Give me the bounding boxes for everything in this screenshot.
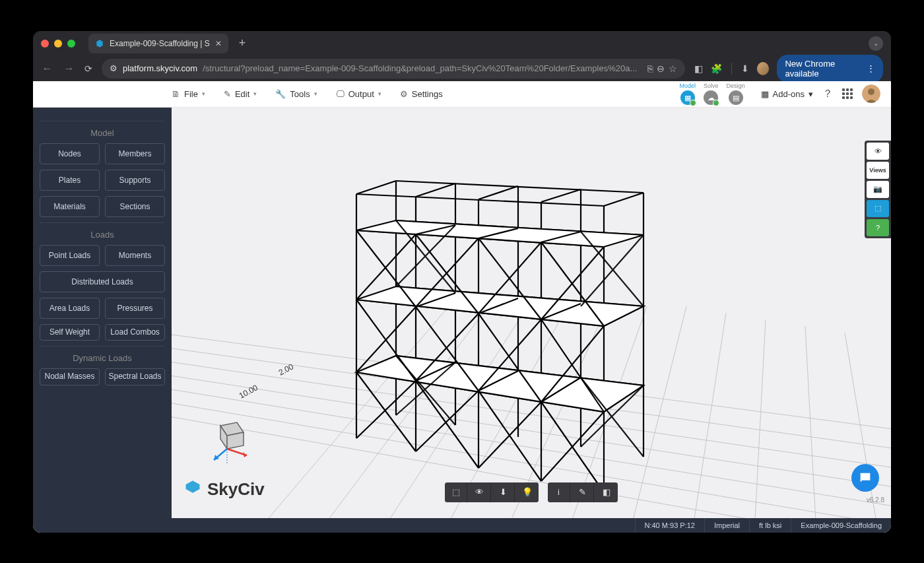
back-button[interactable]: ← bbox=[41, 63, 53, 75]
edit-menu[interactable]: ✎Edit▾ bbox=[214, 85, 266, 103]
workflow-solve[interactable]: Solve☁ bbox=[704, 83, 719, 105]
sidebar-moments[interactable]: Moments bbox=[105, 245, 165, 266]
new-tab-button[interactable]: + bbox=[239, 36, 246, 50]
close-tab-icon[interactable]: ✕ bbox=[215, 39, 222, 48]
tab-overflow-button[interactable]: ⌄ bbox=[869, 36, 883, 51]
svg-line-49 bbox=[478, 391, 541, 481]
skyciv-logo: SkyCiv bbox=[183, 479, 265, 500]
model-step-icon: ▦ bbox=[680, 90, 695, 105]
chat-icon bbox=[858, 471, 873, 485]
sidebar-point-loads[interactable]: Point Loads bbox=[40, 245, 100, 266]
url-input[interactable]: ⚙ platform.skyciv.com/structural?preload… bbox=[102, 59, 685, 79]
apps-icon[interactable] bbox=[842, 88, 853, 99]
reload-button[interactable]: ⟳ bbox=[84, 63, 92, 74]
separator bbox=[731, 63, 732, 75]
gear-icon: ⚙ bbox=[400, 89, 408, 99]
sidebar-materials[interactable]: Materials bbox=[40, 196, 100, 217]
zoom-icon[interactable]: ⊖ bbox=[657, 63, 665, 74]
site-settings-icon[interactable]: ⚙ bbox=[110, 63, 117, 73]
maximize-window-button[interactable] bbox=[67, 40, 75, 48]
sidebar-spectral-loads[interactable]: Spectral Loads bbox=[105, 368, 165, 385]
svg-line-40 bbox=[541, 189, 581, 202]
status-units-system[interactable]: Imperial bbox=[704, 518, 749, 533]
browser-tab[interactable]: Example-009-Scaffolding | S ✕ bbox=[88, 34, 228, 53]
svg-line-51 bbox=[541, 402, 604, 492]
sidebar-load-combos[interactable]: Load Combos bbox=[105, 324, 165, 341]
addons-label: Add-ons bbox=[773, 89, 805, 99]
output-menu[interactable]: 🖵Output▾ bbox=[327, 85, 391, 103]
info-button[interactable]: i bbox=[548, 482, 570, 502]
tools-menu[interactable]: 🔧Tools▾ bbox=[266, 85, 326, 103]
sidebar-plates[interactable]: Plates bbox=[40, 170, 100, 191]
visibility-toggle[interactable]: 👁 bbox=[867, 143, 889, 160]
help-rail-button[interactable]: ? bbox=[867, 219, 889, 236]
output-label: Output bbox=[348, 89, 374, 99]
svg-line-38 bbox=[416, 183, 455, 197]
statusbar: N:40 M:93 P:12 Imperial ft lb ksi Exampl… bbox=[33, 518, 891, 533]
views-button[interactable]: Views bbox=[867, 162, 889, 179]
sidebar: Model NodesMembers PlatesSupports Materi… bbox=[33, 108, 172, 518]
workflow-steps: Model▦ Solve☁ Design▤ bbox=[680, 83, 745, 105]
svg-line-37 bbox=[604, 193, 644, 206]
chat-support-button[interactable] bbox=[851, 464, 879, 492]
skyciv-logo-icon bbox=[183, 480, 202, 498]
grid-floor: 2.00 10.00 bbox=[172, 108, 891, 518]
url-host: platform.skyciv.com bbox=[123, 63, 197, 73]
cube-view-button[interactable]: ⬚ bbox=[867, 200, 889, 217]
monitor-icon: 🖵 bbox=[336, 89, 345, 99]
version-label: v6.2.8 bbox=[867, 496, 884, 504]
bookmark-icon[interactable]: ☆ bbox=[669, 63, 677, 74]
install-app-icon[interactable]: ⎘ bbox=[647, 63, 653, 74]
status-units[interactable]: ft lb ksi bbox=[749, 518, 791, 533]
sidebar-pressures[interactable]: Pressures bbox=[105, 298, 165, 319]
sidebar-supports[interactable]: Supports bbox=[105, 170, 165, 191]
solve-step-icon: ☁ bbox=[704, 90, 718, 105]
axis-gizmo[interactable] bbox=[201, 413, 260, 465]
svg-line-46 bbox=[416, 391, 478, 451]
camera-button[interactable]: 📷 bbox=[867, 181, 889, 198]
edit-button[interactable]: ✎ bbox=[572, 482, 594, 502]
status-counts[interactable]: N:40 M:93 P:12 bbox=[635, 518, 704, 533]
forward-button[interactable]: → bbox=[63, 63, 75, 75]
tips-button[interactable]: 💡 bbox=[516, 482, 539, 502]
help-icon[interactable]: ？ bbox=[822, 87, 833, 101]
chrome-update-label: New Chrome available bbox=[785, 59, 863, 79]
sidebar-area-loads[interactable]: Area Loads bbox=[40, 298, 100, 319]
svg-line-47 bbox=[416, 381, 478, 468]
download-icon[interactable]: ⬇ bbox=[741, 63, 749, 74]
close-window-button[interactable] bbox=[41, 40, 49, 48]
extensions-menu-icon[interactable]: 🧩 bbox=[711, 63, 722, 74]
url-path: /structural?preload_name=Example-009-Sca… bbox=[203, 63, 637, 73]
dim-label: 10.00 bbox=[238, 383, 259, 401]
addons-menu[interactable]: ▦Add-ons▾ bbox=[761, 89, 813, 99]
sidebar-members[interactable]: Members bbox=[105, 143, 165, 164]
status-filename[interactable]: Example-009-Scaffolding bbox=[791, 518, 891, 533]
sidebar-nodal-masses[interactable]: Nodal Masses bbox=[40, 368, 100, 385]
chevron-down-icon: ▾ bbox=[314, 90, 317, 97]
sidebar-nodes[interactable]: Nodes bbox=[40, 143, 100, 164]
profile-avatar-icon[interactable] bbox=[757, 62, 769, 75]
right-rail: 👁 Views 📷 ⬚ ? bbox=[865, 141, 891, 238]
view-mode-button[interactable]: ⬚ bbox=[445, 482, 467, 502]
sidebar-sections[interactable]: Sections bbox=[105, 196, 165, 217]
sidebar-distributed-loads[interactable]: Distributed Loads bbox=[40, 271, 165, 292]
file-label: File bbox=[184, 89, 198, 99]
visibility-button[interactable]: 👁 bbox=[469, 482, 491, 502]
workflow-design-label: Design bbox=[727, 83, 745, 89]
sidebar-self-weight[interactable]: Self Weight bbox=[40, 324, 100, 341]
svg-line-14 bbox=[686, 313, 726, 518]
erase-button[interactable]: ◧ bbox=[595, 482, 618, 502]
extension-icon[interactable]: ◧ bbox=[694, 63, 703, 74]
settings-menu[interactable]: ⚙Settings bbox=[391, 85, 452, 103]
chrome-update-button[interactable]: New Chrome available ⋮ bbox=[777, 55, 883, 83]
download-view-button[interactable]: ⬇ bbox=[492, 482, 515, 502]
workflow-design[interactable]: Design▤ bbox=[727, 83, 745, 105]
file-menu[interactable]: 🗎File▾ bbox=[162, 85, 214, 103]
kebab-icon: ⋮ bbox=[867, 63, 875, 73]
chevron-down-icon: ▾ bbox=[253, 90, 257, 97]
user-avatar[interactable] bbox=[862, 84, 880, 103]
minimize-window-button[interactable] bbox=[54, 40, 62, 48]
svg-line-36 bbox=[356, 181, 396, 194]
viewport-3d[interactable]: 2.00 10.00 bbox=[172, 108, 891, 518]
workflow-model[interactable]: Model▦ bbox=[680, 83, 696, 105]
